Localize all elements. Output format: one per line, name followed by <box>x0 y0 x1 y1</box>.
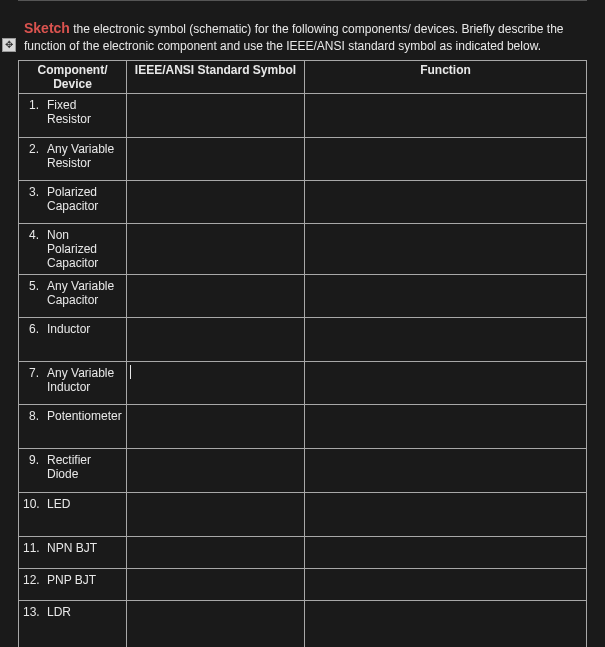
component-cell[interactable]: 3Polarized Capacitor <box>19 181 127 224</box>
table-row: 1Fixed Resistor <box>19 94 587 138</box>
row-number: 2 <box>23 142 39 156</box>
anchor-glyph: ✥ <box>5 40 13 50</box>
component-name: Inductor <box>45 322 122 336</box>
row-number: 7 <box>23 366 39 380</box>
component-cell[interactable]: 10LED <box>19 493 127 537</box>
function-cell[interactable] <box>305 493 587 537</box>
function-cell[interactable] <box>305 138 587 181</box>
function-cell[interactable] <box>305 181 587 224</box>
row-number: 3 <box>23 185 39 199</box>
table-row: 11NPN BJT <box>19 537 587 569</box>
component-name: Potentiometer <box>45 409 122 423</box>
row-number: 13 <box>23 605 39 619</box>
component-cell[interactable]: 6Inductor <box>19 318 127 362</box>
component-name: Any Variable Resistor <box>45 142 122 170</box>
component-cell[interactable]: 2Any Variable Resistor <box>19 138 127 181</box>
table-row: 5Any Variable Capacitor <box>19 275 587 318</box>
symbol-cell[interactable] <box>127 181 305 224</box>
component-cell[interactable]: 5Any Variable Capacitor <box>19 275 127 318</box>
table-row: 4Non Polarized Capacitor <box>19 224 587 275</box>
symbol-cell[interactable] <box>127 318 305 362</box>
function-cell[interactable] <box>305 449 587 493</box>
component-name: LED <box>45 497 122 511</box>
component-cell[interactable]: 8Potentiometer <box>19 405 127 449</box>
symbol-cell[interactable] <box>127 601 305 647</box>
header-component: Component/ Device <box>19 61 127 94</box>
row-number: 10 <box>23 497 39 511</box>
components-table: Component/ Device IEEE/ANSI Standard Sym… <box>18 60 587 647</box>
document-content: Sketch the electronic symbol (schematic)… <box>0 1 605 647</box>
function-cell[interactable] <box>305 601 587 647</box>
row-number: 11 <box>23 541 39 555</box>
table-header-row: Component/ Device IEEE/ANSI Standard Sym… <box>19 61 587 94</box>
symbol-cell[interactable] <box>127 138 305 181</box>
symbol-cell[interactable] <box>127 493 305 537</box>
text-cursor-icon <box>130 365 131 379</box>
symbol-cell[interactable] <box>127 362 305 405</box>
function-cell[interactable] <box>305 405 587 449</box>
table-row: 9Rectifier Diode <box>19 449 587 493</box>
component-name: Non Polarized Capacitor <box>45 228 122 270</box>
row-number: 5 <box>23 279 39 293</box>
component-name: LDR <box>45 605 122 619</box>
component-name: PNP BJT <box>45 573 122 587</box>
symbol-cell[interactable] <box>127 275 305 318</box>
table-row: 10LED <box>19 493 587 537</box>
component-cell[interactable]: 11NPN BJT <box>19 537 127 569</box>
row-number: 1 <box>23 98 39 112</box>
table-row: 12PNP BJT <box>19 569 587 601</box>
row-number: 12 <box>23 573 39 587</box>
symbol-cell[interactable] <box>127 405 305 449</box>
row-number: 9 <box>23 453 39 467</box>
symbol-cell[interactable] <box>127 537 305 569</box>
function-cell[interactable] <box>305 569 587 601</box>
component-cell[interactable]: 1Fixed Resistor <box>19 94 127 138</box>
function-cell[interactable] <box>305 318 587 362</box>
function-cell[interactable] <box>305 224 587 275</box>
table-row: 13LDR <box>19 601 587 647</box>
component-name: Polarized Capacitor <box>45 185 122 213</box>
table-row: 3Polarized Capacitor <box>19 181 587 224</box>
anchor-move-icon[interactable]: ✥ <box>2 38 16 52</box>
component-cell[interactable]: 4Non Polarized Capacitor <box>19 224 127 275</box>
component-name: NPN BJT <box>45 541 122 555</box>
component-cell[interactable]: 9Rectifier Diode <box>19 449 127 493</box>
function-cell[interactable] <box>305 537 587 569</box>
component-name: Any Variable Inductor <box>45 366 122 394</box>
row-number: 6 <box>23 322 39 336</box>
header-function: Function <box>305 61 587 94</box>
table-row: 2Any Variable Resistor <box>19 138 587 181</box>
instructions-text: Sketch the electronic symbol (schematic)… <box>18 9 587 60</box>
component-cell[interactable]: 7Any Variable Inductor <box>19 362 127 405</box>
row-number: 8 <box>23 409 39 423</box>
symbol-cell[interactable] <box>127 569 305 601</box>
function-cell[interactable] <box>305 275 587 318</box>
function-cell[interactable] <box>305 94 587 138</box>
component-cell[interactable]: 13LDR <box>19 601 127 647</box>
symbol-cell[interactable] <box>127 94 305 138</box>
symbol-cell[interactable] <box>127 449 305 493</box>
instructions-rest: the electronic symbol (schematic) for th… <box>24 22 563 53</box>
symbol-cell[interactable] <box>127 224 305 275</box>
function-cell[interactable] <box>305 362 587 405</box>
header-symbol: IEEE/ANSI Standard Symbol <box>127 61 305 94</box>
component-name: Fixed Resistor <box>45 98 122 126</box>
table-row: 7Any Variable Inductor <box>19 362 587 405</box>
component-name: Any Variable Capacitor <box>45 279 122 307</box>
row-number: 4 <box>23 228 39 242</box>
sketch-keyword: Sketch <box>24 20 70 36</box>
table-row: 6Inductor <box>19 318 587 362</box>
component-cell[interactable]: 12PNP BJT <box>19 569 127 601</box>
table-row: 8Potentiometer <box>19 405 587 449</box>
component-name: Rectifier Diode <box>45 453 122 481</box>
